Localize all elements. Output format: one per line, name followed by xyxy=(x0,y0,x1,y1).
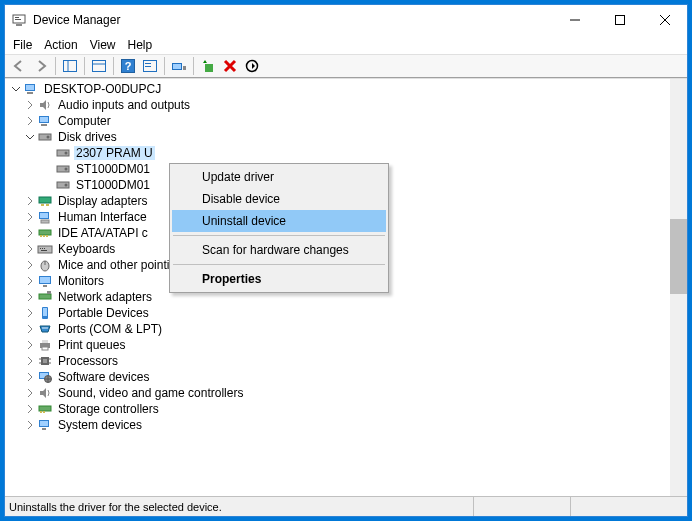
expand-icon[interactable] xyxy=(23,386,37,400)
uninstall-button[interactable] xyxy=(220,56,240,76)
collapse-icon[interactable] xyxy=(9,82,23,96)
svg-rect-3 xyxy=(16,24,22,26)
properties-button[interactable] xyxy=(89,56,109,76)
ctx-separator xyxy=(173,235,385,236)
expand-icon[interactable] xyxy=(23,258,37,272)
tree-category-disk[interactable]: Disk drives xyxy=(5,129,670,145)
tree-category-ports[interactable]: Ports (COM & LPT) xyxy=(5,321,670,337)
expand-icon[interactable] xyxy=(23,370,37,384)
svg-rect-15 xyxy=(145,63,151,64)
ctx-disable-device[interactable]: Disable device xyxy=(172,188,386,210)
svg-rect-24 xyxy=(27,92,33,94)
disk-icon xyxy=(55,177,71,193)
expand-icon[interactable] xyxy=(23,242,37,256)
menu-view[interactable]: View xyxy=(90,38,116,52)
expand-icon[interactable] xyxy=(23,210,37,224)
tree-category-processors[interactable]: Processors xyxy=(5,353,670,369)
svg-rect-45 xyxy=(46,235,48,237)
svg-rect-37 xyxy=(41,204,44,206)
computer-icon xyxy=(37,113,53,129)
svg-rect-1 xyxy=(15,17,19,18)
svg-rect-65 xyxy=(42,347,48,350)
svg-rect-77 xyxy=(43,411,45,413)
tree-category-sound[interactable]: Sound, video and game controllers xyxy=(5,385,670,401)
svg-rect-18 xyxy=(173,64,181,69)
svg-rect-46 xyxy=(38,246,52,253)
expand-icon[interactable] xyxy=(23,418,37,432)
software-icon xyxy=(37,369,53,385)
back-button[interactable] xyxy=(9,56,29,76)
printer-icon xyxy=(37,337,53,353)
ctx-update-driver[interactable]: Update driver xyxy=(172,166,386,188)
svg-rect-23 xyxy=(26,85,34,90)
expand-icon[interactable] xyxy=(23,290,37,304)
help-button[interactable]: ? xyxy=(118,56,138,76)
ctx-scan-hardware[interactable]: Scan for hardware changes xyxy=(172,239,386,261)
ports-icon xyxy=(37,321,53,337)
svg-rect-10 xyxy=(93,61,106,72)
device-tree[interactable]: DESKTOP-O0DUPCJ Audio inputs and outputs… xyxy=(5,79,670,496)
portable-icon xyxy=(37,305,53,321)
svg-rect-79 xyxy=(40,421,48,426)
expand-icon[interactable] xyxy=(23,338,37,352)
expand-icon[interactable] xyxy=(23,306,37,320)
expand-icon[interactable] xyxy=(23,274,37,288)
tree-root-label: DESKTOP-O0DUPCJ xyxy=(42,82,163,96)
collapse-icon[interactable] xyxy=(23,130,37,144)
svg-rect-16 xyxy=(145,66,151,67)
tree-category-computer[interactable]: Computer xyxy=(5,113,670,129)
disk-icon xyxy=(55,161,71,177)
computer-icon xyxy=(23,81,39,97)
update-driver-button[interactable] xyxy=(198,56,218,76)
svg-rect-50 xyxy=(41,250,47,251)
action-button[interactable] xyxy=(140,56,160,76)
disable-button[interactable] xyxy=(242,56,262,76)
tree-category-storage[interactable]: Storage controllers xyxy=(5,401,670,417)
expand-icon[interactable] xyxy=(23,402,37,416)
vertical-scrollbar[interactable] xyxy=(670,79,687,496)
svg-point-31 xyxy=(65,152,68,155)
svg-rect-41 xyxy=(41,220,49,223)
svg-rect-75 xyxy=(39,406,51,411)
disk-icon xyxy=(37,129,53,145)
menu-help[interactable]: Help xyxy=(128,38,153,52)
show-hide-tree-button[interactable] xyxy=(60,56,80,76)
expand-icon[interactable] xyxy=(23,114,37,128)
close-button[interactable] xyxy=(642,5,687,35)
svg-rect-80 xyxy=(42,428,46,430)
titlebar: Device Manager xyxy=(5,5,687,35)
forward-button[interactable] xyxy=(31,56,51,76)
svg-rect-47 xyxy=(40,248,41,249)
maximize-button[interactable] xyxy=(597,5,642,35)
expand-icon[interactable] xyxy=(23,194,37,208)
expand-icon[interactable] xyxy=(23,226,37,240)
toolbar: ? xyxy=(5,54,687,78)
svg-rect-40 xyxy=(40,213,48,218)
keyboard-icon xyxy=(37,241,53,257)
ctx-properties[interactable]: Properties xyxy=(172,268,386,290)
expand-icon[interactable] xyxy=(23,98,37,112)
svg-rect-26 xyxy=(40,117,48,122)
expand-icon[interactable] xyxy=(23,354,37,368)
ctx-uninstall-device[interactable]: Uninstall device xyxy=(172,210,386,232)
app-icon xyxy=(11,12,27,28)
tree-category-audio[interactable]: Audio inputs and outputs xyxy=(5,97,670,113)
tree-category-system[interactable]: System devices xyxy=(5,417,670,433)
expand-icon[interactable] xyxy=(23,322,37,336)
tree-category-portable[interactable]: Portable Devices xyxy=(5,305,670,321)
menu-action[interactable]: Action xyxy=(44,38,77,52)
menu-file[interactable]: File xyxy=(13,38,32,52)
svg-rect-49 xyxy=(44,248,45,249)
tree-root[interactable]: DESKTOP-O0DUPCJ xyxy=(5,81,670,97)
svg-rect-36 xyxy=(39,197,51,203)
scan-button[interactable] xyxy=(169,56,189,76)
tree-category-printq[interactable]: Print queues xyxy=(5,337,670,353)
tree-device-disk1[interactable]: 2307 PRAM U xyxy=(5,145,670,161)
scrollbar-thumb[interactable] xyxy=(670,219,687,294)
minimize-button[interactable] xyxy=(552,5,597,35)
svg-rect-64 xyxy=(42,340,48,343)
tree-category-software[interactable]: Software devices xyxy=(5,369,670,385)
window-title: Device Manager xyxy=(33,13,552,27)
sound-icon xyxy=(37,385,53,401)
ide-icon xyxy=(37,225,53,241)
